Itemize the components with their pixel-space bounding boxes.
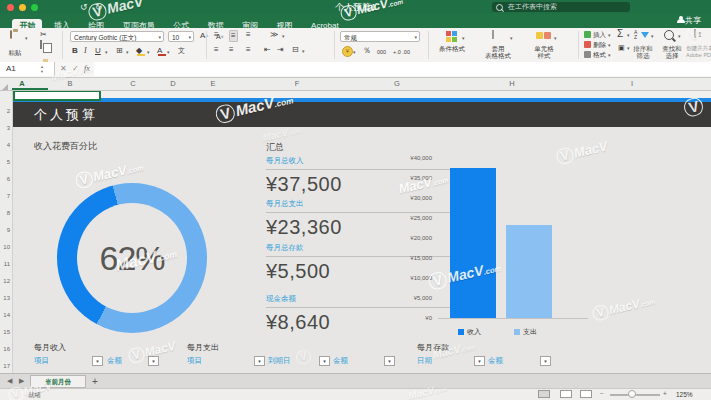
- name-box[interactable]: A1: [0, 62, 55, 76]
- align-left-button[interactable]: ≡: [214, 45, 219, 55]
- chevron-down-icon[interactable]: ▾: [126, 49, 129, 55]
- column-header[interactable]: I: [625, 78, 639, 89]
- chevron-down-icon[interactable]: ▾: [105, 49, 108, 55]
- zoom-level[interactable]: 125%: [676, 391, 693, 398]
- bar-expense[interactable]: [506, 225, 552, 318]
- chevron-down-icon[interactable]: ▾: [282, 33, 285, 39]
- bar-income[interactable]: [450, 168, 496, 318]
- delete-cells-button[interactable]: 删除: [593, 41, 606, 48]
- column-header[interactable]: E: [206, 78, 220, 89]
- row-header[interactable]: 17: [0, 363, 10, 369]
- increase-font-button[interactable]: A˄: [200, 31, 208, 41]
- row-header[interactable]: 2: [0, 108, 10, 114]
- underline-button[interactable]: U: [95, 46, 101, 56]
- prev-sheet-arrow[interactable]: ◀: [7, 377, 12, 385]
- percent-style-button[interactable]: ％: [363, 46, 371, 56]
- decrease-indent-button[interactable]: ⇤: [264, 45, 271, 55]
- filter-dropdown[interactable]: ▼: [474, 356, 485, 366]
- copy-button[interactable]: [40, 40, 42, 49]
- row-header[interactable]: 16: [0, 346, 10, 352]
- find-select-button[interactable]: ▾: [664, 30, 674, 41]
- adobe-pdf-button[interactable]: [694, 30, 696, 37]
- search-box[interactable]: 在工作表中搜索: [492, 2, 630, 12]
- filter-dropdown[interactable]: ▼: [540, 356, 551, 366]
- comma-style-button[interactable]: 000: [377, 47, 386, 57]
- row-header[interactable]: 9: [0, 227, 10, 233]
- chevron-down-icon[interactable]: ▾: [353, 49, 356, 55]
- align-bottom-button[interactable]: ≡: [246, 30, 251, 40]
- chevron-down-icon[interactable]: ▾: [302, 48, 305, 54]
- bar-chart[interactable]: [438, 158, 588, 319]
- fx-icon[interactable]: fx: [84, 64, 90, 73]
- format-as-table-button[interactable]: ▾: [484, 30, 486, 37]
- decimal-buttons[interactable]: +.0 .00: [393, 47, 410, 57]
- number-format-select[interactable]: 常规▾: [340, 31, 420, 42]
- page-layout-view-button[interactable]: [560, 390, 572, 398]
- donut-chart[interactable]: 62%: [57, 183, 207, 333]
- filter-dropdown[interactable]: ▼: [254, 356, 265, 366]
- column-header[interactable]: B: [63, 78, 77, 89]
- row-header[interactable]: 15: [0, 329, 10, 335]
- align-center-button[interactable]: ≡: [229, 45, 234, 55]
- row-header[interactable]: 12: [0, 278, 10, 284]
- row-header[interactable]: 8: [0, 210, 10, 216]
- paste-button[interactable]: ▾: [8, 31, 10, 38]
- legend-item-expense[interactable]: 支出: [514, 327, 537, 337]
- italic-button[interactable]: I: [84, 46, 87, 56]
- next-sheet-arrow[interactable]: ▶: [19, 377, 24, 385]
- sheet-tab[interactable]: 当前月份: [30, 375, 86, 388]
- active-cell-a1[interactable]: [13, 90, 101, 101]
- zoom-in-button[interactable]: +: [663, 390, 667, 397]
- normal-view-button[interactable]: [538, 390, 550, 398]
- filter-dropdown[interactable]: ▼: [92, 356, 103, 366]
- autosum-button[interactable]: Σ: [617, 29, 623, 39]
- column-header[interactable]: F: [290, 78, 304, 89]
- page-break-view-button[interactable]: [580, 390, 592, 398]
- align-middle-button[interactable]: ≡: [229, 30, 238, 42]
- add-sheet-button[interactable]: +: [92, 375, 98, 388]
- column-header[interactable]: C: [126, 78, 140, 89]
- cancel-icon[interactable]: ✕: [60, 64, 67, 73]
- cut-button[interactable]: ✂: [40, 30, 47, 40]
- row-header[interactable]: 7: [0, 193, 10, 199]
- zoom-slider-knob[interactable]: [628, 390, 636, 398]
- wrap-text-button[interactable]: ≫: [270, 30, 278, 40]
- font-name-select[interactable]: Century Gothic (正文)▾: [70, 31, 164, 42]
- column-header[interactable]: G: [390, 78, 404, 89]
- name-box-stepper[interactable]: ▲▼: [40, 64, 44, 74]
- row-header[interactable]: 11: [0, 261, 10, 267]
- row-header[interactable]: 4: [0, 142, 10, 148]
- row-header[interactable]: 14: [0, 312, 10, 318]
- column-header[interactable]: D: [166, 78, 180, 89]
- filter-dropdown[interactable]: ▼: [384, 356, 395, 366]
- insert-cells-button[interactable]: 插入: [593, 31, 606, 38]
- borders-button[interactable]: ⊞: [116, 46, 123, 56]
- row-header[interactable]: 10: [0, 244, 10, 250]
- align-top-button[interactable]: ≡: [214, 30, 219, 40]
- filter-dropdown[interactable]: ▼: [148, 356, 159, 366]
- share-button[interactable]: 共享: [677, 15, 701, 27]
- enter-icon[interactable]: ✓: [72, 64, 79, 73]
- font-color-button[interactable]: A: [157, 46, 162, 56]
- filter-dropdown[interactable]: ▼: [319, 356, 330, 366]
- merge-cells-button[interactable]: ⊟: [292, 45, 299, 55]
- legend-item-income[interactable]: 收入: [458, 327, 481, 337]
- fill-color-button[interactable]: ◆: [136, 46, 142, 56]
- accounting-format-button[interactable]: ¥: [342, 46, 353, 57]
- phonetic-guide-button[interactable]: 文: [178, 46, 185, 56]
- select-all-corner[interactable]: [2, 84, 8, 90]
- column-header[interactable]: H: [505, 78, 519, 89]
- formula-input[interactable]: [94, 62, 711, 76]
- align-right-button[interactable]: ≡: [246, 45, 251, 55]
- bold-button[interactable]: B: [72, 46, 78, 56]
- increase-indent-button[interactable]: ⇥: [277, 45, 284, 55]
- row-header[interactable]: 5: [0, 159, 10, 165]
- zoom-out-button[interactable]: −: [600, 390, 604, 397]
- chevron-down-icon[interactable]: ▾: [167, 49, 170, 55]
- font-size-select[interactable]: 10▾: [168, 31, 194, 42]
- row-header[interactable]: 6: [0, 176, 10, 182]
- row-header[interactable]: 3: [0, 125, 10, 131]
- chevron-down-icon[interactable]: ▾: [147, 49, 150, 55]
- row-header[interactable]: 13: [0, 295, 10, 301]
- format-cells-button[interactable]: 格式: [593, 51, 606, 58]
